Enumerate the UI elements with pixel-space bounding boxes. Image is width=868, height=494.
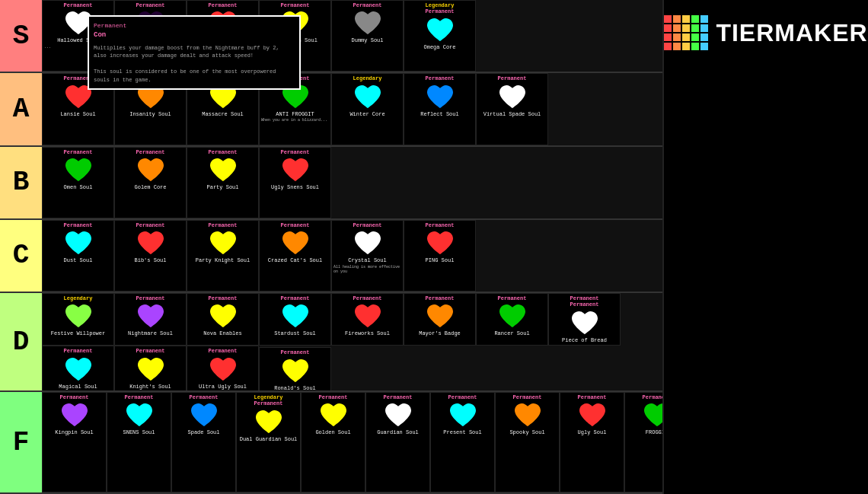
- heart-ugly-snens: [281, 157, 310, 183]
- soul-card-dual-guardian[interactable]: Legendary Permanent Dual Guardian Soul: [236, 392, 301, 492]
- soul-card-bib[interactable]: Permanent Bib's Soul: [114, 220, 187, 292]
- soul-card-reflect[interactable]: Permanent Reflect Soul: [404, 73, 476, 145]
- logo-cell-16: [673, 43, 681, 50]
- tier-label-a: A: [0, 73, 42, 145]
- heart-kingpin: [60, 402, 89, 428]
- heart-ping: [426, 230, 455, 256]
- logo-cell-9: [700, 24, 708, 32]
- tier-cells-f: Permanent Kingpin Soul Permanent SNENS S…: [42, 392, 662, 492]
- badge-permanent: Permanent: [333, 2, 401, 8]
- soul-card-festive-willpower[interactable]: Legendary Festive Willpower: [42, 293, 114, 346]
- heart-dummy: [353, 10, 382, 36]
- soul-card-party-knight[interactable]: Permanent Party Knight Soul: [187, 220, 259, 292]
- soul-card-mayors-badge[interactable]: Permanent Mayor's Badge: [404, 293, 476, 346]
- logo-cell-0: [664, 15, 672, 23]
- soul-card-knights[interactable]: Permanent Knight's Soul: [114, 346, 187, 390]
- heart-spooky: [513, 402, 542, 428]
- logo-cell-19: [700, 43, 708, 50]
- logo-cell-5: [664, 24, 672, 32]
- soul-card-magical[interactable]: Permanent Magical Soul: [42, 346, 114, 390]
- tier-cells-d: Legendary Festive Willpower Permanent Ni…: [42, 293, 662, 390]
- logo-cell-8: [691, 24, 699, 32]
- soul-card-dummy[interactable]: Permanent Dummy Soul: [331, 0, 404, 72]
- logo-cell-7: [682, 24, 690, 32]
- badge-permanent: Permanent: [189, 2, 257, 8]
- logo-cell-14: [700, 33, 708, 41]
- nightmare-core-tooltip: Permanent Con Multiplies your damage boo…: [88, 15, 301, 90]
- heart-ugly: [578, 402, 607, 428]
- soul-card-stardust[interactable]: Permanent Stardust Soul: [259, 293, 331, 346]
- heart-magical: [64, 356, 93, 382]
- soul-card-virtual-spade[interactable]: Permanent Virtual Spade Soul: [476, 73, 548, 145]
- soul-card-ultra-ugly[interactable]: Permanent Ultra Ugly Soul: [187, 346, 259, 390]
- soul-card-crazed-cat[interactable]: Permanent Crazed Cat's Soul: [259, 220, 331, 292]
- soul-card-omega-core[interactable]: Legendary Permanent Omega Core: [404, 0, 476, 72]
- logo-cell-17: [682, 43, 690, 50]
- heart-golem-core: [136, 157, 165, 183]
- tier-label-b: B: [0, 147, 42, 218]
- heart-festive-willpower: [64, 303, 93, 329]
- badge-permanent: Permanent: [116, 2, 184, 8]
- tier-label-d: D: [0, 293, 42, 390]
- logo-cell-3: [691, 15, 699, 23]
- badge-legendary: Legendary: [406, 2, 474, 8]
- soul-card-ugly-snens[interactable]: Permanent Ugly Snens Soul: [259, 147, 331, 218]
- heart-stardust: [281, 303, 310, 329]
- soul-card-golem-core[interactable]: Permanent Golem Core: [114, 147, 187, 218]
- heart-party-knight: [209, 230, 238, 256]
- logo-cell-13: [691, 33, 699, 41]
- soul-card-party[interactable]: Permanent Party Soul: [187, 147, 259, 218]
- tooltip-badge: Permanent: [94, 21, 295, 30]
- heart-piece-of-bread: [570, 310, 599, 336]
- logo-cell-15: [664, 43, 672, 50]
- soul-card-winter-core[interactable]: Legendary Winter Core: [331, 73, 404, 145]
- heart-nova-enables: [209, 303, 238, 329]
- heart-nightmare-soul: [136, 303, 165, 329]
- soul-card-ping[interactable]: Permanent PING Soul: [404, 220, 476, 292]
- soul-card-spade[interactable]: Permanent Spade Soul: [171, 392, 236, 492]
- heart-ronalds: [281, 358, 310, 384]
- tier-cells-b: Permanent Omen Soul Permanent Golem Core…: [42, 147, 662, 218]
- soul-card-snens[interactable]: Permanent SNENS Soul: [107, 392, 171, 492]
- heart-ultra-ugly: [209, 356, 238, 382]
- soul-card-ronalds[interactable]: Permanent Ronald's Soul: [259, 347, 331, 390]
- soul-card-crystal[interactable]: Permanent Crystal Soul All healing is mo…: [331, 220, 404, 292]
- tiermaker-logo: TIERMAKER: [664, 15, 867, 50]
- soul-card-present[interactable]: Permanent Present Soul: [430, 392, 495, 492]
- logo-cell-18: [691, 43, 699, 50]
- heart-froggit: [643, 402, 663, 428]
- soul-card-fireworks[interactable]: Permanent Fireworks Soul: [331, 293, 404, 346]
- badge-permanent: Permanent: [261, 2, 329, 8]
- soul-name: Omega Core: [406, 44, 474, 50]
- logo-cell-2: [682, 15, 690, 23]
- logo-grid: [664, 15, 708, 50]
- heart-fireworks: [353, 303, 382, 329]
- soul-card-omen[interactable]: Permanent Omen Soul: [42, 147, 114, 218]
- soul-card-rancer[interactable]: Permanent Rancer Soul: [476, 293, 548, 346]
- heart-mayors-badge: [426, 303, 455, 329]
- soul-card-kingpin[interactable]: Permanent Kingpin Soul: [42, 392, 107, 492]
- soul-card-froggit[interactable]: Permanent FROGGIT: [624, 392, 662, 492]
- soul-card-piece-of-bread[interactable]: Permanent Permanent Piece of Bread: [548, 293, 621, 346]
- logo-cell-6: [673, 24, 681, 32]
- tier-row-c: C Permanent Dust Soul Permanent Bib's So…: [0, 220, 662, 293]
- soul-card-nova-enables[interactable]: Permanent Nova Enables: [187, 293, 259, 346]
- tooltip-body: Multiplies your damage boost from the Ni…: [94, 44, 295, 84]
- heart-golden: [319, 402, 348, 428]
- heart-dust: [64, 230, 93, 256]
- logo-cell-11: [673, 33, 681, 41]
- heart-dual-guardian: [254, 409, 283, 435]
- soul-card-guardian[interactable]: Permanent Guardian Soul: [365, 392, 430, 492]
- soul-card-golden[interactable]: Permanent Golden Soul: [301, 392, 365, 492]
- heart-knights: [136, 356, 165, 382]
- heart-present: [448, 402, 477, 428]
- soul-card-spooky[interactable]: Permanent Spooky Soul: [495, 392, 560, 492]
- soul-card-nightmare-soul[interactable]: Permanent Nightmare Soul: [114, 293, 187, 346]
- heart-bib: [136, 230, 165, 256]
- soul-card-ugly[interactable]: Permanent Ugly Soul: [560, 392, 624, 492]
- heart-rancer: [498, 303, 527, 329]
- heart-omega-core: [426, 17, 455, 43]
- logo-cell-12: [682, 33, 690, 41]
- tier-label-f: F: [0, 392, 42, 492]
- soul-card-dust[interactable]: Permanent Dust Soul: [42, 220, 114, 292]
